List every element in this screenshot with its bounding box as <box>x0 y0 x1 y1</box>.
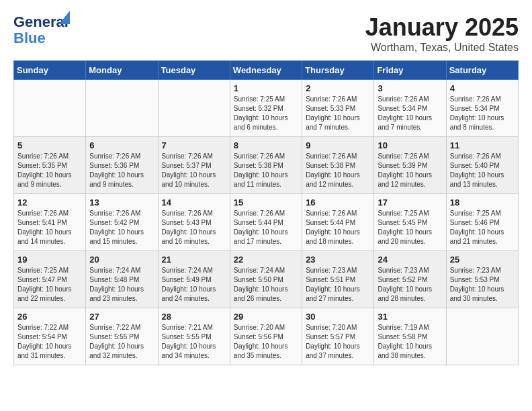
day-info: Sunrise: 7:25 AMSunset: 5:47 PMDaylight:… <box>17 266 82 304</box>
day-info: Sunrise: 7:26 AMSunset: 5:40 PMDaylight:… <box>450 152 515 189</box>
day-info: Sunrise: 7:24 AMSunset: 5:49 PMDaylight:… <box>162 266 226 304</box>
day-info: Sunrise: 7:26 AMSunset: 5:34 PMDaylight:… <box>450 95 515 132</box>
day-number: 24 <box>378 255 442 265</box>
day-info: Sunrise: 7:24 AMSunset: 5:48 PMDaylight:… <box>89 266 154 304</box>
calendar-cell: 9Sunrise: 7:26 AMSunset: 5:38 PMDaylight… <box>302 137 374 194</box>
header: General Blue January 2025 Wortham, Texas… <box>13 13 519 54</box>
day-number: 16 <box>306 197 370 208</box>
calendar-cell: 15Sunrise: 7:26 AMSunset: 5:44 PMDayligh… <box>230 194 302 251</box>
day-info: Sunrise: 7:26 AMSunset: 5:38 PMDaylight:… <box>234 152 298 189</box>
day-number: 3 <box>378 83 442 93</box>
day-info: Sunrise: 7:22 AMSunset: 5:54 PMDaylight:… <box>17 323 82 361</box>
day-info: Sunrise: 7:21 AMSunset: 5:55 PMDaylight:… <box>162 323 226 361</box>
calendar-cell <box>446 308 518 365</box>
day-info: Sunrise: 7:26 AMSunset: 5:43 PMDaylight:… <box>162 209 226 246</box>
calendar-table: SundayMondayTuesdayWednesdayThursdayFrid… <box>13 60 519 365</box>
calendar-cell: 6Sunrise: 7:26 AMSunset: 5:36 PMDaylight… <box>86 137 158 194</box>
calendar-cell: 25Sunrise: 7:23 AMSunset: 5:53 PMDayligh… <box>446 251 518 308</box>
day-info: Sunrise: 7:26 AMSunset: 5:44 PMDaylight:… <box>306 209 370 246</box>
day-number: 13 <box>89 197 154 208</box>
logo: General Blue <box>13 13 69 47</box>
day-number: 25 <box>450 255 515 265</box>
calendar-cell: 13Sunrise: 7:26 AMSunset: 5:42 PMDayligh… <box>86 194 158 251</box>
day-number: 8 <box>234 140 298 150</box>
calendar-cell: 21Sunrise: 7:24 AMSunset: 5:49 PMDayligh… <box>158 251 230 308</box>
day-info: Sunrise: 7:26 AMSunset: 5:39 PMDaylight:… <box>378 152 442 189</box>
calendar-cell <box>14 80 86 137</box>
calendar-week-2: 5Sunrise: 7:26 AMSunset: 5:35 PMDaylight… <box>14 137 519 194</box>
day-info: Sunrise: 7:19 AMSunset: 5:58 PMDaylight:… <box>378 323 442 361</box>
calendar-cell: 20Sunrise: 7:24 AMSunset: 5:48 PMDayligh… <box>86 251 158 308</box>
day-number: 7 <box>162 140 226 150</box>
day-number: 9 <box>306 140 370 150</box>
calendar-title: January 2025 <box>365 13 519 42</box>
calendar-cell: 18Sunrise: 7:25 AMSunset: 5:46 PMDayligh… <box>446 194 518 251</box>
weekday-header-wednesday: Wednesday <box>230 61 302 80</box>
day-number: 22 <box>234 255 298 265</box>
calendar-cell <box>158 80 230 137</box>
day-info: Sunrise: 7:23 AMSunset: 5:53 PMDaylight:… <box>450 266 515 304</box>
day-info: Sunrise: 7:26 AMSunset: 5:41 PMDaylight:… <box>17 209 82 246</box>
day-info: Sunrise: 7:26 AMSunset: 5:36 PMDaylight:… <box>89 152 154 189</box>
day-info: Sunrise: 7:26 AMSunset: 5:44 PMDaylight:… <box>234 209 298 246</box>
calendar-cell: 14Sunrise: 7:26 AMSunset: 5:43 PMDayligh… <box>158 194 230 251</box>
day-info: Sunrise: 7:23 AMSunset: 5:52 PMDaylight:… <box>378 266 442 304</box>
calendar-cell: 31Sunrise: 7:19 AMSunset: 5:58 PMDayligh… <box>374 308 446 365</box>
calendar-cell: 29Sunrise: 7:20 AMSunset: 5:56 PMDayligh… <box>230 308 302 365</box>
day-number: 1 <box>234 83 298 93</box>
day-number: 10 <box>378 140 442 150</box>
day-info: Sunrise: 7:25 AMSunset: 5:46 PMDaylight:… <box>450 209 515 246</box>
day-number: 28 <box>162 312 226 322</box>
calendar-cell: 22Sunrise: 7:24 AMSunset: 5:50 PMDayligh… <box>230 251 302 308</box>
weekday-header-friday: Friday <box>374 61 446 80</box>
day-number: 18 <box>450 197 515 208</box>
weekday-header-saturday: Saturday <box>446 61 518 80</box>
calendar-cell: 17Sunrise: 7:25 AMSunset: 5:45 PMDayligh… <box>374 194 446 251</box>
calendar-cell: 8Sunrise: 7:26 AMSunset: 5:38 PMDaylight… <box>230 137 302 194</box>
calendar-week-5: 26Sunrise: 7:22 AMSunset: 5:54 PMDayligh… <box>14 308 519 365</box>
calendar-cell: 19Sunrise: 7:25 AMSunset: 5:47 PMDayligh… <box>14 251 86 308</box>
calendar-cell <box>86 80 158 137</box>
calendar-cell: 2Sunrise: 7:26 AMSunset: 5:33 PMDaylight… <box>302 80 374 137</box>
weekday-header-tuesday: Tuesday <box>158 61 230 80</box>
day-number: 21 <box>162 255 226 265</box>
calendar-cell: 10Sunrise: 7:26 AMSunset: 5:39 PMDayligh… <box>374 137 446 194</box>
calendar-cell: 1Sunrise: 7:25 AMSunset: 5:32 PMDaylight… <box>230 80 302 137</box>
day-number: 30 <box>306 312 370 322</box>
day-info: Sunrise: 7:26 AMSunset: 5:37 PMDaylight:… <box>162 152 226 189</box>
day-number: 29 <box>234 312 298 322</box>
day-info: Sunrise: 7:26 AMSunset: 5:34 PMDaylight:… <box>378 95 442 132</box>
logo-blue: Blue <box>13 30 46 47</box>
day-number: 2 <box>306 83 370 93</box>
day-info: Sunrise: 7:25 AMSunset: 5:32 PMDaylight:… <box>234 95 298 132</box>
title-area: January 2025 Wortham, Texas, United Stat… <box>365 13 519 54</box>
day-info: Sunrise: 7:26 AMSunset: 5:38 PMDaylight:… <box>306 152 370 189</box>
calendar-cell: 30Sunrise: 7:20 AMSunset: 5:57 PMDayligh… <box>302 308 374 365</box>
calendar-week-1: 1Sunrise: 7:25 AMSunset: 5:32 PMDaylight… <box>14 80 519 137</box>
day-info: Sunrise: 7:25 AMSunset: 5:45 PMDaylight:… <box>378 209 442 246</box>
day-info: Sunrise: 7:26 AMSunset: 5:35 PMDaylight:… <box>17 152 82 189</box>
calendar-cell: 5Sunrise: 7:26 AMSunset: 5:35 PMDaylight… <box>14 137 86 194</box>
day-number: 17 <box>378 197 442 208</box>
day-info: Sunrise: 7:22 AMSunset: 5:55 PMDaylight:… <box>89 323 154 361</box>
day-number: 27 <box>89 312 154 322</box>
calendar-cell: 7Sunrise: 7:26 AMSunset: 5:37 PMDaylight… <box>158 137 230 194</box>
day-number: 14 <box>162 197 226 208</box>
calendar-cell: 26Sunrise: 7:22 AMSunset: 5:54 PMDayligh… <box>14 308 86 365</box>
calendar-cell: 24Sunrise: 7:23 AMSunset: 5:52 PMDayligh… <box>374 251 446 308</box>
calendar-cell: 27Sunrise: 7:22 AMSunset: 5:55 PMDayligh… <box>86 308 158 365</box>
day-number: 12 <box>17 197 82 208</box>
day-number: 5 <box>17 140 82 150</box>
calendar-cell: 4Sunrise: 7:26 AMSunset: 5:34 PMDaylight… <box>446 80 518 137</box>
day-info: Sunrise: 7:20 AMSunset: 5:56 PMDaylight:… <box>234 323 298 361</box>
calendar-cell: 16Sunrise: 7:26 AMSunset: 5:44 PMDayligh… <box>302 194 374 251</box>
calendar-cell: 12Sunrise: 7:26 AMSunset: 5:41 PMDayligh… <box>14 194 86 251</box>
calendar-cell: 11Sunrise: 7:26 AMSunset: 5:40 PMDayligh… <box>446 137 518 194</box>
day-info: Sunrise: 7:23 AMSunset: 5:51 PMDaylight:… <box>306 266 370 304</box>
day-number: 4 <box>450 83 515 93</box>
weekday-header-monday: Monday <box>86 61 158 80</box>
weekday-header-row: SundayMondayTuesdayWednesdayThursdayFrid… <box>14 61 519 80</box>
day-number: 11 <box>450 140 515 150</box>
calendar-cell: 3Sunrise: 7:26 AMSunset: 5:34 PMDaylight… <box>374 80 446 137</box>
calendar-cell: 23Sunrise: 7:23 AMSunset: 5:51 PMDayligh… <box>302 251 374 308</box>
